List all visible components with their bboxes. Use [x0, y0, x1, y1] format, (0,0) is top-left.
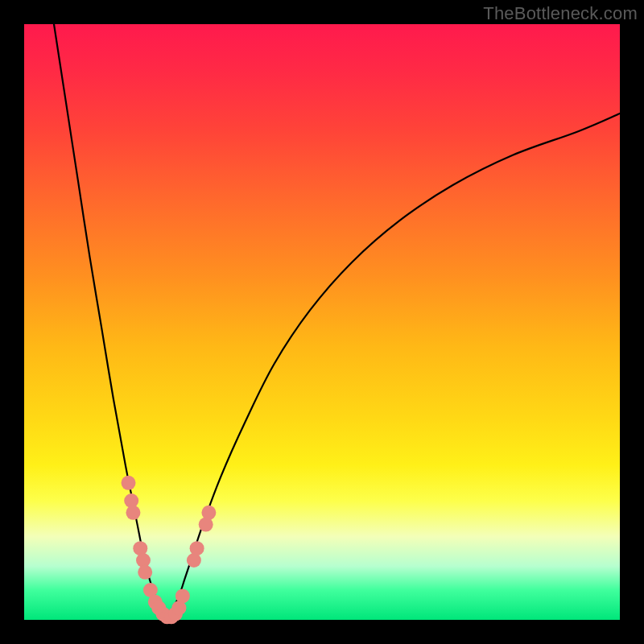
- chart-frame: TheBottleneck.com: [0, 0, 644, 644]
- curve-group: [54, 24, 620, 620]
- marker-dot: [126, 506, 140, 520]
- curve-left-branch: [54, 24, 167, 620]
- marker-dot: [122, 476, 136, 490]
- marker-dot: [138, 565, 152, 580]
- chart-svg: [24, 24, 620, 620]
- plot-area: [24, 24, 620, 620]
- watermark-text: TheBottleneck.com: [483, 3, 638, 24]
- marker-dot: [175, 588, 190, 603]
- curve-right-branch: [167, 114, 620, 620]
- marker-group: [122, 476, 217, 625]
- marker-dot: [190, 541, 204, 555]
- marker-dot: [201, 506, 216, 520]
